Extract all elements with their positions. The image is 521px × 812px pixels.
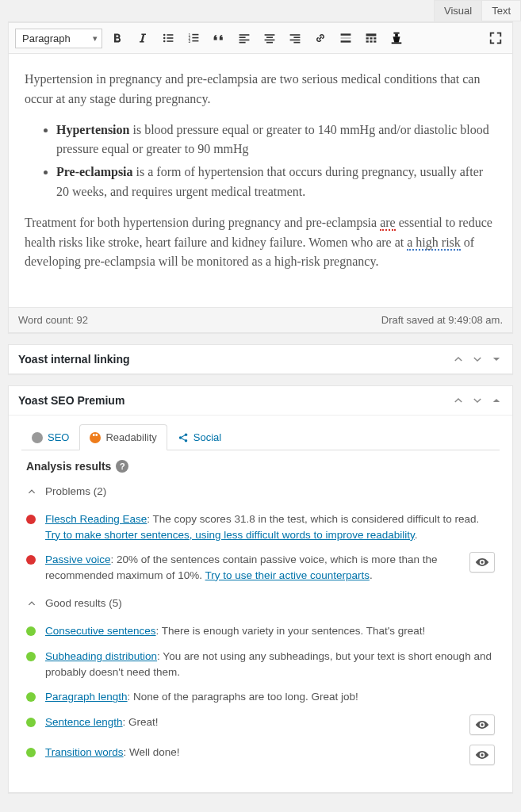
analysis-item: Transition words: Well done! [21, 740, 500, 770]
move-down-icon[interactable] [471, 353, 484, 366]
yoast-icon[interactable] [386, 28, 407, 48]
svg-rect-26 [341, 40, 351, 42]
list-item: Hypertension is blood pressure equal or … [56, 121, 496, 160]
svg-point-41 [481, 723, 483, 726]
passive-voice-link[interactable]: Passive voice [45, 553, 111, 565]
svg-point-38 [185, 433, 188, 436]
link-icon[interactable] [310, 28, 331, 48]
sentence-length-link[interactable]: Sentence length [45, 716, 123, 728]
svg-rect-34 [393, 33, 399, 34]
move-up-icon[interactable] [452, 353, 465, 366]
panel-yoast-seo-premium: Yoast SEO Premium SEO •• Readability [8, 385, 513, 793]
italic-icon[interactable] [132, 28, 153, 48]
svg-rect-29 [370, 37, 372, 39]
svg-rect-22 [290, 40, 301, 41]
passive-fix-link[interactable]: Try to use their active counterparts [205, 569, 370, 581]
chevron-up-icon [26, 599, 37, 608]
move-up-icon[interactable] [452, 394, 465, 407]
svg-rect-5 [167, 40, 173, 42]
seo-tab-bar: SEO •• Readability Social [21, 423, 500, 450]
problems-section-toggle[interactable]: Problems (2) [26, 485, 500, 497]
align-center-icon[interactable] [259, 28, 280, 48]
analysis-item: Paragraph length: None of the paragraphs… [21, 684, 500, 710]
spellcheck-red: are [380, 216, 396, 231]
draft-saved-label: Draft saved at 9:49:08 am. [381, 314, 503, 326]
spellcheck-blue: a high risk [407, 236, 461, 251]
score-green-dot-icon [26, 626, 36, 636]
svg-rect-14 [239, 40, 250, 41]
analysis-item: Sentence length: Great! [21, 710, 500, 740]
paragraph-select[interactable]: Paragraph [15, 29, 102, 48]
help-icon[interactable]: ? [116, 460, 128, 473]
svg-point-1 [163, 37, 166, 40]
analysis-item: Consecutive sentences: There is enough v… [21, 619, 500, 644]
svg-rect-19 [266, 42, 273, 44]
problems-label: Problems (2) [45, 485, 106, 497]
problems-list: Flesch Reading Ease: The copy scores 31.… [21, 507, 500, 588]
score-red-dot-icon [26, 555, 36, 565]
tab-seo[interactable]: SEO [21, 424, 79, 450]
toolbar-toggle-icon[interactable] [361, 28, 381, 48]
blockquote-icon[interactable] [209, 28, 229, 48]
svg-rect-27 [366, 33, 377, 36]
move-down-icon[interactable] [471, 394, 484, 407]
svg-rect-30 [374, 37, 376, 39]
highlight-eye-button[interactable] [469, 745, 495, 765]
svg-rect-17 [266, 36, 273, 38]
good-results-section-toggle[interactable]: Good results (5) [26, 597, 500, 609]
svg-rect-15 [239, 42, 246, 44]
content-paragraph: Hypertension in pregnancy and pre-eclamp… [25, 70, 496, 109]
format-select[interactable]: Paragraph [15, 29, 102, 48]
flesch-fix-link[interactable]: Try to make shorter sentences, using les… [45, 529, 415, 541]
svg-rect-23 [293, 42, 300, 44]
seo-score-dot-icon [32, 432, 43, 443]
svg-rect-9 [192, 34, 198, 36]
svg-rect-28 [366, 37, 369, 39]
tab-social[interactable]: Social [167, 424, 232, 450]
svg-rect-33 [374, 40, 376, 42]
tab-readability[interactable]: •• Readability [79, 424, 167, 450]
numbered-list-icon[interactable]: 123 [183, 28, 204, 48]
svg-rect-12 [239, 34, 250, 36]
editor-content-area[interactable]: Hypertension in pregnancy and pre-eclamp… [9, 54, 512, 307]
editor-tab-text[interactable]: Text [481, 0, 521, 21]
word-count-label: Word count: 92 [18, 314, 88, 326]
svg-point-0 [163, 34, 166, 36]
score-green-dot-icon [26, 692, 36, 702]
bulleted-list-icon[interactable] [158, 28, 178, 48]
paragraph-length-link[interactable]: Paragraph length [45, 691, 128, 703]
svg-rect-25 [341, 37, 351, 39]
content-paragraph: Treatment for both hypertension during p… [25, 213, 496, 272]
svg-rect-18 [265, 40, 275, 41]
analysis-item: Subheading distribution: You are not usi… [21, 644, 500, 684]
editor-tab-visual[interactable]: Visual [434, 0, 482, 21]
editor-toolbar: Paragraph 123 [9, 22, 512, 54]
panel-title: Yoast SEO Premium [18, 394, 452, 407]
panel-title: Yoast internal linking [18, 353, 452, 366]
readability-score-dot-icon: •• [90, 432, 101, 443]
highlight-eye-button[interactable] [469, 552, 495, 573]
svg-rect-21 [293, 36, 300, 38]
read-more-icon[interactable] [335, 28, 356, 48]
svg-rect-24 [341, 33, 351, 35]
svg-rect-11 [192, 40, 198, 42]
svg-point-40 [481, 561, 483, 564]
toggle-panel-icon[interactable] [490, 394, 503, 407]
bold-icon[interactable] [107, 28, 128, 48]
align-right-icon[interactable] [285, 28, 305, 48]
align-left-icon[interactable] [234, 28, 255, 48]
flesch-reading-ease-link[interactable]: Flesch Reading Ease [45, 513, 147, 525]
consecutive-sentences-link[interactable]: Consecutive sentences [45, 625, 156, 637]
fullscreen-icon[interactable] [485, 28, 506, 48]
transition-words-link[interactable]: Transition words [45, 746, 124, 758]
svg-text:3: 3 [189, 40, 191, 44]
good-results-list: Consecutive sentences: There is enough v… [21, 619, 500, 769]
editor-box: Paragraph 123 [8, 21, 513, 333]
highlight-eye-button[interactable] [469, 714, 495, 735]
analysis-item: Passive voice: 20% of the sentences cont… [21, 547, 500, 588]
toggle-panel-icon[interactable] [490, 353, 503, 366]
svg-rect-20 [290, 34, 301, 36]
subheading-distribution-link[interactable]: Subheading distribution [45, 650, 157, 662]
svg-rect-35 [395, 34, 398, 37]
chevron-up-icon [26, 487, 37, 496]
